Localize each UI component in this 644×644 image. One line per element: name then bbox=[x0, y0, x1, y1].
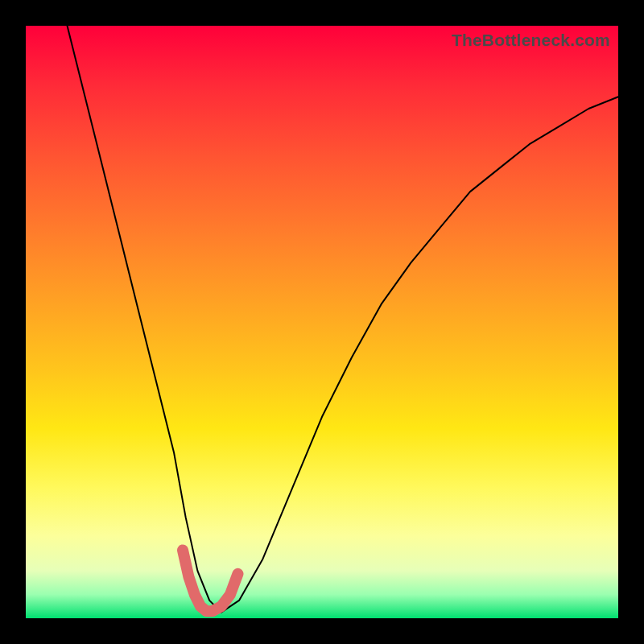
chart-frame: TheBottleneck.com bbox=[0, 0, 644, 644]
background-gradient bbox=[26, 26, 618, 618]
plot-area: TheBottleneck.com bbox=[26, 26, 618, 618]
watermark-text: TheBottleneck.com bbox=[452, 31, 610, 50]
